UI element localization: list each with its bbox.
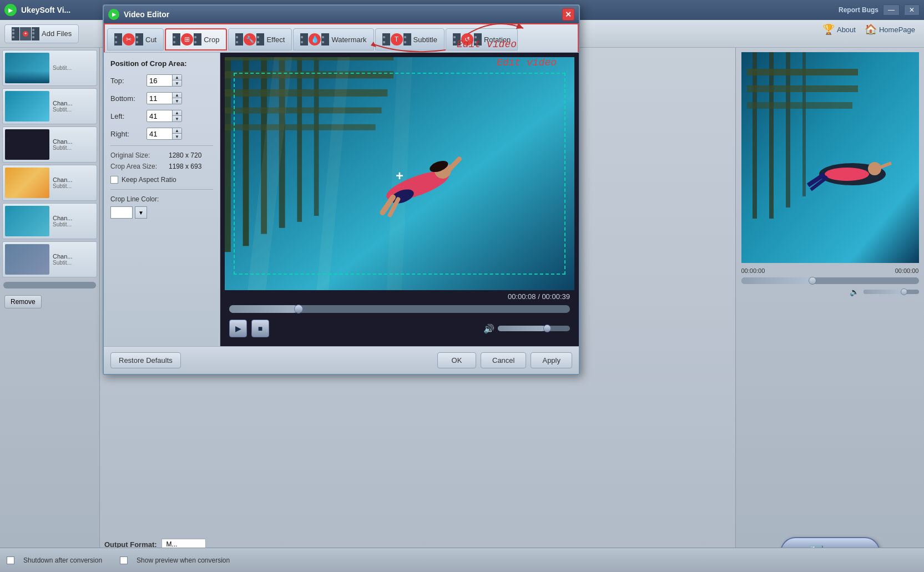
- close-button[interactable]: ✕: [904, 4, 920, 16]
- volume-area: 🔊: [483, 323, 570, 334]
- crop-right-input[interactable]: [147, 129, 172, 139]
- dialog-logo-icon: ▶: [108, 9, 119, 20]
- cancel-button[interactable]: Cancel: [481, 352, 526, 368]
- svg-rect-6: [747, 85, 858, 92]
- crop-top-up[interactable]: ▲: [173, 75, 181, 80]
- crop-left-up[interactable]: ▲: [173, 110, 181, 116]
- tab-crop-label: Crop: [204, 36, 219, 44]
- svg-rect-0: [741, 52, 919, 263]
- preview-frame: [741, 52, 919, 263]
- homepage-icon: 🏠: [865, 23, 877, 36]
- crop-bottom-input[interactable]: [147, 93, 172, 104]
- report-bugs-link[interactable]: Report Bugs: [839, 6, 878, 14]
- tab-crop[interactable]: ⊞ Crop: [165, 28, 227, 50]
- list-item[interactable]: Chan... Subtit...: [2, 241, 97, 277]
- rotation-icon: ↺: [461, 33, 473, 45]
- crop-bottom-spinbox[interactable]: ▲ ▼: [147, 92, 182, 104]
- svg-rect-22: [314, 57, 319, 216]
- app-logo: ▶: [4, 4, 17, 16]
- tab-watermark[interactable]: 💧 Watermark: [293, 28, 373, 50]
- svg-rect-24: [225, 71, 393, 78]
- ok-button[interactable]: OK: [437, 352, 476, 368]
- tab-effect-label: Effect: [266, 36, 285, 44]
- crop-top-label: Top:: [110, 77, 147, 85]
- crop-left-input[interactable]: [147, 111, 172, 122]
- crop-bottom-row: Bottom: ▲ ▼: [110, 92, 213, 104]
- about-link[interactable]: 🏆 About: [822, 23, 856, 36]
- main-app: ▶ UkeySoft Vi... Report Bugs — ✕ 🏆 About…: [0, 0, 924, 572]
- svg-rect-25: [225, 89, 387, 97]
- list-item[interactable]: Chan... Subtit...: [2, 165, 97, 201]
- crop-left-spinbox[interactable]: ▲ ▼: [147, 110, 182, 122]
- film-icon: +: [12, 27, 39, 41]
- homepage-link[interactable]: 🏠 HomePage: [865, 23, 915, 36]
- video-scene-svg: +: [225, 57, 574, 290]
- crop-top-down[interactable]: ▼: [173, 80, 181, 86]
- crop-right-down[interactable]: ▼: [173, 134, 181, 139]
- apply-button[interactable]: Apply: [531, 352, 572, 368]
- crop-bottom-down[interactable]: ▼: [173, 98, 181, 104]
- preview-seek-thumb[interactable]: [809, 277, 816, 285]
- list-item[interactable]: Chan... Subtit...: [2, 88, 97, 124]
- svg-rect-5: [747, 69, 858, 75]
- tab-effect[interactable]: 🔧 Effect: [228, 28, 292, 50]
- original-size-value: 1280 x 720: [169, 151, 201, 159]
- volume-slider-dialog[interactable]: [498, 326, 570, 331]
- add-files-button[interactable]: + Add Files: [4, 24, 79, 43]
- dialog-body: Position of Crop Area: Top: ▲ ▼ Bottom:: [104, 52, 579, 346]
- volume-thumb[interactable]: [901, 288, 907, 295]
- remove-button[interactable]: Remove: [4, 295, 42, 308]
- keep-aspect-label: Keep Aspect Ratio: [122, 176, 176, 184]
- preview-video-area: [741, 52, 919, 263]
- preview-playback-row: 🔊: [741, 287, 919, 296]
- dialog-close-button[interactable]: ✕: [562, 8, 574, 21]
- app-title: UkeySoft Vi...: [21, 6, 70, 14]
- add-files-label: Add Files: [42, 29, 72, 38]
- tab-watermark-label: Watermark: [331, 36, 366, 44]
- tab-cut[interactable]: ✂ Cut: [107, 28, 164, 50]
- minimize-button[interactable]: —: [883, 4, 900, 16]
- preview-checkbox[interactable]: [120, 556, 128, 564]
- crop-left-down[interactable]: ▼: [173, 116, 181, 122]
- restore-defaults-button[interactable]: Restore Defaults: [110, 352, 181, 368]
- sidebar-scrollbar[interactable]: [3, 282, 96, 288]
- preview-label: Show preview when conversion: [137, 556, 230, 564]
- stop-button[interactable]: ■: [251, 320, 269, 337]
- keep-aspect-checkbox[interactable]: [110, 176, 118, 184]
- watermark-icon: 💧: [309, 33, 321, 45]
- preview-progress-bar[interactable]: [741, 277, 919, 284]
- video-seekbar[interactable]: [229, 305, 570, 313]
- crop-area-size-value: 1198 x 693: [169, 163, 201, 170]
- crop-right-up[interactable]: ▲: [173, 128, 181, 134]
- tab-subtitle[interactable]: T Subtitle: [375, 28, 445, 50]
- svg-rect-27: [225, 124, 376, 130]
- video-editor-dialog: ▶ Video Editor ✕ ✂ Cut: [103, 4, 580, 375]
- crop-bottom-up[interactable]: ▲: [173, 93, 181, 98]
- crop-top-spinbox[interactable]: ▲ ▼: [147, 74, 182, 87]
- volume-slider[interactable]: [864, 290, 919, 294]
- seekbar-container: [225, 303, 574, 315]
- crop-right-spinbox[interactable]: ▲ ▼: [147, 128, 182, 140]
- dialog-video-panel: Edit video: [220, 53, 579, 346]
- volume-thumb-dialog[interactable]: [543, 325, 551, 332]
- color-dropdown-button[interactable]: ▼: [135, 206, 147, 219]
- list-item[interactable]: Chan... Subtit...: [2, 203, 97, 239]
- list-item[interactable]: Chan... Subtit...: [2, 126, 97, 163]
- crop-line-color-label: Crop Line Color:: [110, 195, 213, 203]
- play-button[interactable]: ▶: [229, 320, 247, 337]
- crop-left-row: Left: ▲ ▼: [110, 110, 213, 122]
- crop-top-input[interactable]: [147, 75, 172, 86]
- svg-rect-18: [243, 57, 249, 246]
- crop-line-color-section: Crop Line Color: ▼: [110, 195, 213, 219]
- svg-rect-21: [297, 57, 302, 222]
- crop-left-arrows: ▲ ▼: [172, 110, 181, 122]
- about-icon: 🏆: [822, 23, 835, 36]
- keep-aspect-row[interactable]: Keep Aspect Ratio: [110, 176, 213, 184]
- color-swatch[interactable]: [110, 206, 133, 219]
- list-item[interactable]: Subtit...: [2, 50, 97, 86]
- preview-timecodes: 00:00:00 00:00:00: [741, 267, 919, 274]
- shutdown-checkbox[interactable]: [7, 556, 14, 564]
- seekbar-thumb[interactable]: [294, 305, 303, 313]
- dialog-title: Video Editor: [124, 10, 169, 19]
- crop-top-row: Top: ▲ ▼: [110, 74, 213, 87]
